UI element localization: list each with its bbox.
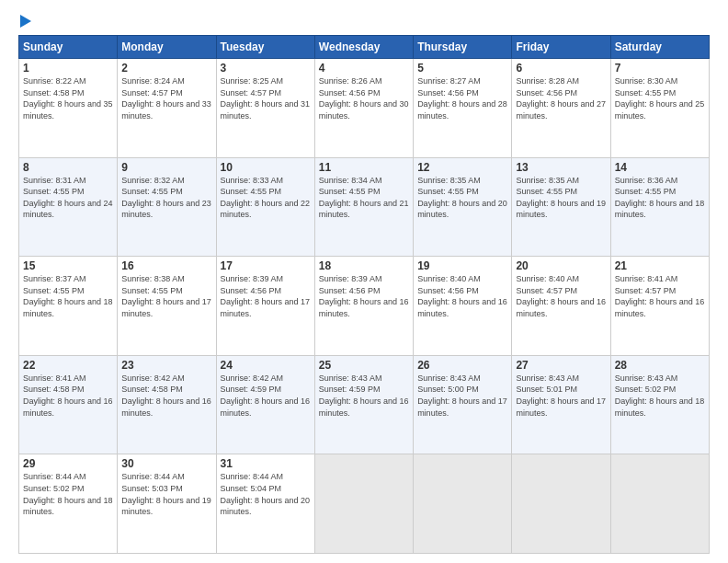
day-number: 17 bbox=[221, 259, 311, 272]
day-number: 11 bbox=[319, 161, 409, 174]
week-row-1: 1Sunrise: 8:22 AMSunset: 4:58 PMDaylight… bbox=[19, 59, 710, 158]
day-info: Sunrise: 8:42 AMSunset: 4:59 PMDaylight:… bbox=[221, 373, 311, 419]
logo bbox=[18, 15, 31, 28]
day-info: Sunrise: 8:41 AMSunset: 4:58 PMDaylight:… bbox=[23, 373, 113, 419]
week-row-5: 29Sunrise: 8:44 AMSunset: 5:02 PMDayligh… bbox=[19, 454, 710, 554]
day-number: 28 bbox=[615, 359, 705, 372]
day-info: Sunrise: 8:28 AMSunset: 4:56 PMDaylight:… bbox=[516, 75, 606, 121]
calendar-cell: 21Sunrise: 8:41 AMSunset: 4:57 PMDayligh… bbox=[610, 257, 709, 356]
day-info: Sunrise: 8:39 AMSunset: 4:56 PMDaylight:… bbox=[221, 273, 311, 319]
calendar-cell: 30Sunrise: 8:44 AMSunset: 5:03 PMDayligh… bbox=[118, 454, 216, 554]
weekday-header-saturday: Saturday bbox=[610, 36, 709, 59]
calendar-cell: 6Sunrise: 8:28 AMSunset: 4:56 PMDaylight… bbox=[512, 59, 610, 158]
day-info: Sunrise: 8:26 AMSunset: 4:56 PMDaylight:… bbox=[319, 75, 409, 121]
day-number: 8 bbox=[23, 161, 113, 174]
calendar-cell: 24Sunrise: 8:42 AMSunset: 4:59 PMDayligh… bbox=[216, 355, 314, 454]
day-number: 22 bbox=[23, 359, 113, 372]
day-info: Sunrise: 8:36 AMSunset: 4:55 PMDaylight:… bbox=[615, 175, 705, 221]
calendar-cell: 1Sunrise: 8:22 AMSunset: 4:58 PMDaylight… bbox=[19, 59, 118, 158]
day-info: Sunrise: 8:27 AMSunset: 4:56 PMDaylight:… bbox=[417, 75, 507, 121]
day-number: 20 bbox=[516, 259, 606, 272]
day-number: 12 bbox=[417, 161, 507, 174]
day-number: 3 bbox=[221, 62, 311, 75]
day-number: 18 bbox=[319, 259, 409, 272]
calendar-cell: 13Sunrise: 8:35 AMSunset: 4:55 PMDayligh… bbox=[512, 157, 610, 257]
week-row-3: 15Sunrise: 8:37 AMSunset: 4:55 PMDayligh… bbox=[19, 257, 710, 356]
day-info: Sunrise: 8:22 AMSunset: 4:58 PMDaylight:… bbox=[23, 75, 113, 121]
calendar-cell: 4Sunrise: 8:26 AMSunset: 4:56 PMDaylight… bbox=[314, 59, 413, 158]
calendar-cell: 18Sunrise: 8:39 AMSunset: 4:56 PMDayligh… bbox=[314, 257, 413, 356]
calendar-table: SundayMondayTuesdayWednesdayThursdayFrid… bbox=[18, 35, 710, 554]
calendar-cell: 7Sunrise: 8:30 AMSunset: 4:55 PMDaylight… bbox=[610, 59, 709, 158]
day-number: 16 bbox=[121, 259, 211, 272]
calendar-cell: 22Sunrise: 8:41 AMSunset: 4:58 PMDayligh… bbox=[19, 355, 118, 454]
day-info: Sunrise: 8:37 AMSunset: 4:55 PMDaylight:… bbox=[23, 273, 113, 319]
day-number: 10 bbox=[221, 161, 311, 174]
day-number: 29 bbox=[23, 457, 113, 470]
day-info: Sunrise: 8:38 AMSunset: 4:55 PMDaylight:… bbox=[121, 273, 211, 319]
calendar-cell: 10Sunrise: 8:33 AMSunset: 4:55 PMDayligh… bbox=[216, 157, 314, 257]
day-number: 19 bbox=[417, 259, 507, 272]
calendar-cell bbox=[610, 454, 709, 554]
calendar-cell: 25Sunrise: 8:43 AMSunset: 4:59 PMDayligh… bbox=[314, 355, 413, 454]
page: SundayMondayTuesdayWednesdayThursdayFrid… bbox=[0, 0, 728, 563]
calendar-cell: 19Sunrise: 8:40 AMSunset: 4:56 PMDayligh… bbox=[414, 257, 512, 356]
calendar-cell: 12Sunrise: 8:35 AMSunset: 4:55 PMDayligh… bbox=[414, 157, 512, 257]
calendar-cell: 23Sunrise: 8:42 AMSunset: 4:58 PMDayligh… bbox=[118, 355, 216, 454]
calendar-cell bbox=[314, 454, 413, 554]
weekday-header-wednesday: Wednesday bbox=[314, 36, 413, 59]
weekday-header-tuesday: Tuesday bbox=[216, 36, 314, 59]
day-info: Sunrise: 8:43 AMSunset: 5:02 PMDaylight:… bbox=[615, 373, 705, 419]
day-info: Sunrise: 8:30 AMSunset: 4:55 PMDaylight:… bbox=[615, 75, 705, 121]
day-info: Sunrise: 8:44 AMSunset: 5:02 PMDaylight:… bbox=[23, 471, 113, 517]
day-number: 4 bbox=[319, 62, 409, 75]
calendar-cell: 3Sunrise: 8:25 AMSunset: 4:57 PMDaylight… bbox=[216, 59, 314, 158]
day-number: 25 bbox=[319, 359, 409, 372]
day-info: Sunrise: 8:43 AMSunset: 4:59 PMDaylight:… bbox=[319, 373, 409, 419]
week-row-4: 22Sunrise: 8:41 AMSunset: 4:58 PMDayligh… bbox=[19, 355, 710, 454]
day-number: 5 bbox=[417, 62, 507, 75]
weekday-header-friday: Friday bbox=[512, 36, 610, 59]
weekday-header-row: SundayMondayTuesdayWednesdayThursdayFrid… bbox=[19, 36, 710, 59]
day-number: 6 bbox=[516, 62, 606, 75]
day-number: 21 bbox=[615, 259, 705, 272]
day-info: Sunrise: 8:33 AMSunset: 4:55 PMDaylight:… bbox=[221, 175, 311, 221]
day-info: Sunrise: 8:31 AMSunset: 4:55 PMDaylight:… bbox=[23, 175, 113, 221]
week-row-2: 8Sunrise: 8:31 AMSunset: 4:55 PMDaylight… bbox=[19, 157, 710, 257]
logo-arrow-icon bbox=[20, 15, 31, 28]
day-number: 23 bbox=[121, 359, 211, 372]
day-info: Sunrise: 8:24 AMSunset: 4:57 PMDaylight:… bbox=[121, 75, 211, 121]
day-info: Sunrise: 8:35 AMSunset: 4:55 PMDaylight:… bbox=[516, 175, 606, 221]
calendar-cell: 17Sunrise: 8:39 AMSunset: 4:56 PMDayligh… bbox=[216, 257, 314, 356]
day-number: 30 bbox=[121, 457, 211, 470]
calendar-cell: 28Sunrise: 8:43 AMSunset: 5:02 PMDayligh… bbox=[610, 355, 709, 454]
day-info: Sunrise: 8:40 AMSunset: 4:57 PMDaylight:… bbox=[516, 273, 606, 319]
day-info: Sunrise: 8:42 AMSunset: 4:58 PMDaylight:… bbox=[121, 373, 211, 419]
day-info: Sunrise: 8:41 AMSunset: 4:57 PMDaylight:… bbox=[615, 273, 705, 319]
calendar-cell: 16Sunrise: 8:38 AMSunset: 4:55 PMDayligh… bbox=[118, 257, 216, 356]
day-number: 14 bbox=[615, 161, 705, 174]
calendar-cell: 26Sunrise: 8:43 AMSunset: 5:00 PMDayligh… bbox=[414, 355, 512, 454]
calendar-cell: 29Sunrise: 8:44 AMSunset: 5:02 PMDayligh… bbox=[19, 454, 118, 554]
day-info: Sunrise: 8:34 AMSunset: 4:55 PMDaylight:… bbox=[319, 175, 409, 221]
day-info: Sunrise: 8:39 AMSunset: 4:56 PMDaylight:… bbox=[319, 273, 409, 319]
day-info: Sunrise: 8:25 AMSunset: 4:57 PMDaylight:… bbox=[221, 75, 311, 121]
day-info: Sunrise: 8:44 AMSunset: 5:03 PMDaylight:… bbox=[121, 471, 211, 517]
day-info: Sunrise: 8:32 AMSunset: 4:55 PMDaylight:… bbox=[121, 175, 211, 221]
day-number: 1 bbox=[23, 62, 113, 75]
calendar-cell: 2Sunrise: 8:24 AMSunset: 4:57 PMDaylight… bbox=[118, 59, 216, 158]
weekday-header-thursday: Thursday bbox=[414, 36, 512, 59]
header bbox=[18, 15, 710, 28]
day-info: Sunrise: 8:43 AMSunset: 5:01 PMDaylight:… bbox=[516, 373, 606, 419]
weekday-header-sunday: Sunday bbox=[19, 36, 118, 59]
day-info: Sunrise: 8:43 AMSunset: 5:00 PMDaylight:… bbox=[417, 373, 507, 419]
day-number: 26 bbox=[417, 359, 507, 372]
calendar-cell: 20Sunrise: 8:40 AMSunset: 4:57 PMDayligh… bbox=[512, 257, 610, 356]
day-info: Sunrise: 8:44 AMSunset: 5:04 PMDaylight:… bbox=[221, 471, 311, 517]
calendar-cell: 27Sunrise: 8:43 AMSunset: 5:01 PMDayligh… bbox=[512, 355, 610, 454]
day-number: 7 bbox=[615, 62, 705, 75]
calendar-cell: 11Sunrise: 8:34 AMSunset: 4:55 PMDayligh… bbox=[314, 157, 413, 257]
day-number: 2 bbox=[121, 62, 211, 75]
calendar-cell: 31Sunrise: 8:44 AMSunset: 5:04 PMDayligh… bbox=[216, 454, 314, 554]
calendar-cell: 9Sunrise: 8:32 AMSunset: 4:55 PMDaylight… bbox=[118, 157, 216, 257]
